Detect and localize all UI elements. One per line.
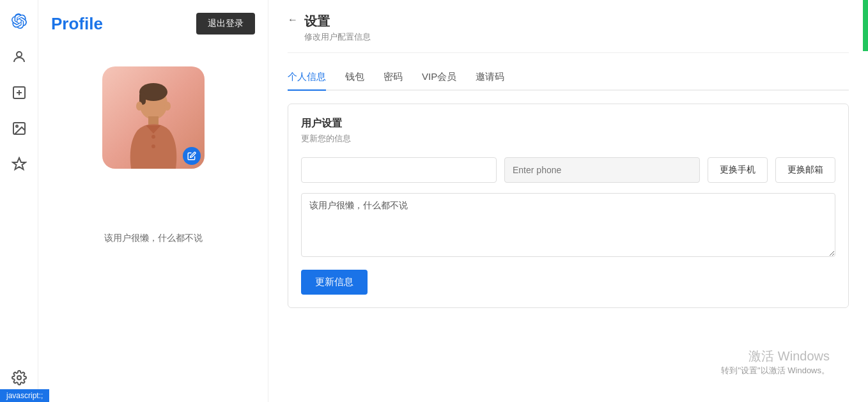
page-title-block: 设置 修改用户配置信息 bbox=[304, 13, 371, 43]
add-icon[interactable] bbox=[8, 81, 31, 104]
change-phone-button[interactable]: 更换手机 bbox=[708, 157, 768, 183]
right-panel: ← 设置 修改用户配置信息 个人信息 钱包 密码 VIP会员 邀请码 用户设置 … bbox=[268, 0, 868, 402]
profile-title: Profile bbox=[51, 14, 103, 34]
svg-rect-10 bbox=[148, 116, 159, 125]
settings-card: 用户设置 更新您的信息 更换手机 更换邮箱 该用户很懒，什么都不说 更新信息 bbox=[288, 104, 849, 308]
form-row-name-phone: 更换手机 更换邮箱 bbox=[301, 157, 835, 183]
bio-textarea[interactable]: 该用户很懒，什么都不说 bbox=[301, 193, 835, 257]
back-arrow-icon[interactable]: ← bbox=[288, 14, 298, 26]
tabs: 个人信息 钱包 密码 VIP会员 邀请码 bbox=[288, 66, 849, 91]
tab-wallet[interactable]: 钱包 bbox=[345, 66, 364, 91]
change-email-button[interactable]: 更换邮箱 bbox=[775, 157, 835, 183]
left-panel: Profile 退出登录 bbox=[38, 0, 268, 402]
svg-point-14 bbox=[164, 102, 171, 111]
sidebar bbox=[0, 0, 38, 402]
svg-point-13 bbox=[136, 102, 143, 111]
name-input[interactable] bbox=[301, 157, 497, 183]
settings-icon[interactable] bbox=[8, 366, 31, 389]
phone-input[interactable] bbox=[504, 157, 700, 183]
status-bar: javascript:; bbox=[0, 389, 49, 402]
page-subtitle: 修改用户配置信息 bbox=[304, 31, 371, 43]
svg-point-12 bbox=[151, 144, 155, 148]
page-header: ← 设置 修改用户配置信息 bbox=[288, 13, 849, 53]
svg-point-11 bbox=[151, 135, 155, 139]
green-bar bbox=[863, 0, 868, 51]
status-bar-text: javascript:; bbox=[6, 391, 43, 400]
left-panel-header: Profile 退出登录 bbox=[51, 13, 255, 35]
page-title: 设置 bbox=[304, 13, 371, 30]
tab-password[interactable]: 密码 bbox=[384, 66, 403, 91]
tab-invite-code[interactable]: 邀请码 bbox=[476, 66, 504, 91]
settings-card-title: 用户设置 bbox=[301, 117, 835, 130]
svg-point-5 bbox=[16, 125, 18, 127]
user-icon[interactable] bbox=[8, 45, 31, 68]
avatar-container bbox=[102, 66, 205, 169]
settings-card-subtitle: 更新您的信息 bbox=[301, 133, 835, 144]
avatar-edit-button[interactable] bbox=[183, 147, 201, 165]
tab-vip[interactable]: VIP会员 bbox=[422, 66, 456, 91]
openai-icon[interactable] bbox=[8, 10, 31, 33]
badge-icon[interactable] bbox=[8, 153, 31, 176]
user-bio: 该用户很懒，什么都不说 bbox=[104, 233, 203, 244]
svg-point-6 bbox=[17, 376, 21, 380]
image-icon[interactable] bbox=[8, 117, 31, 140]
logout-button[interactable]: 退出登录 bbox=[196, 13, 255, 35]
svg-point-0 bbox=[17, 52, 22, 57]
update-info-button[interactable]: 更新信息 bbox=[301, 270, 368, 295]
tab-personal-info[interactable]: 个人信息 bbox=[288, 66, 326, 91]
